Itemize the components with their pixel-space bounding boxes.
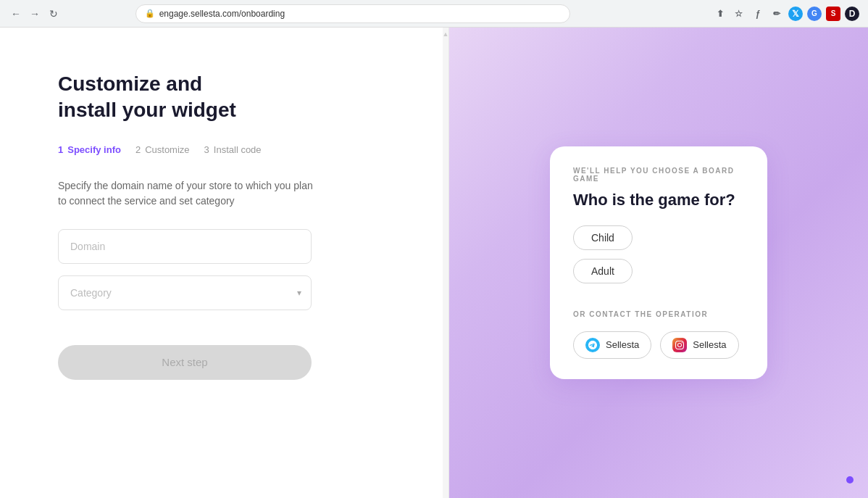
- profile-icon[interactable]: D: [845, 7, 859, 21]
- step-1-number: 1: [58, 144, 63, 155]
- step-3-label: Install code: [214, 144, 262, 155]
- description-text: Specify the domain name of your store to…: [58, 178, 319, 209]
- widget-social-buttons: Sellesta Sellesta: [573, 331, 744, 359]
- main-content: Customize and install your widget 1 Spec…: [0, 28, 868, 498]
- instagram-icon: [672, 338, 687, 352]
- google-icon[interactable]: G: [807, 7, 822, 21]
- page-title: Customize and install your widget: [58, 71, 391, 124]
- ext2-icon[interactable]: ✏: [769, 7, 784, 21]
- step-2: 2 Customize: [135, 144, 190, 155]
- steps-indicator: 1 Specify info 2 Customize 3 Install cod…: [58, 144, 391, 155]
- scroll-up-arrow: ▲: [443, 30, 449, 38]
- category-select[interactable]: Category: [58, 275, 312, 310]
- widget-preview-card: WE'LL HELP YOU CHOOSE A BOARD GAME Who i…: [550, 146, 767, 379]
- step-2-label: Customize: [145, 144, 189, 155]
- step-1: 1 Specify info: [58, 144, 121, 155]
- lock-icon: 🔒: [145, 9, 155, 18]
- address-bar[interactable]: 🔒 engage.sellesta.com/onboarding: [135, 4, 570, 23]
- step-3: 3 Install code: [204, 144, 262, 155]
- left-panel: Customize and install your widget 1 Spec…: [0, 28, 449, 498]
- url-text: engage.sellesta.com/onboarding: [159, 9, 285, 19]
- twitter-icon[interactable]: 𝕏: [788, 7, 803, 21]
- ext1-icon[interactable]: ƒ: [751, 7, 765, 21]
- category-field-group: Category ▾: [58, 275, 391, 310]
- step-1-label: Specify info: [67, 144, 121, 155]
- nav-reload-button[interactable]: ↻: [46, 7, 61, 21]
- step-3-number: 3: [204, 144, 209, 155]
- ext3-icon[interactable]: S: [826, 7, 840, 21]
- browser-chrome: ← → ↻ 🔒 engage.sellesta.com/onboarding ⬆…: [0, 0, 868, 28]
- widget-contact-divider: OR CONTACT THE OPERATIOR: [573, 307, 744, 320]
- instagram-label: Sellesta: [693, 339, 726, 350]
- browser-extensions: ⬆ ☆ ƒ ✏ 𝕏 G S D: [713, 7, 859, 21]
- nav-forward-button[interactable]: →: [28, 7, 42, 21]
- telegram-button[interactable]: Sellesta: [573, 331, 651, 359]
- widget-option-child[interactable]: Child: [573, 225, 633, 250]
- widget-contact-text: OR CONTACT THE OPERATIOR: [573, 310, 708, 318]
- domain-field-group: [58, 229, 391, 264]
- scroll-bar[interactable]: ▲: [443, 28, 448, 498]
- dot-indicator: [846, 476, 854, 484]
- telegram-icon: [585, 338, 600, 352]
- right-panel: WE'LL HELP YOU CHOOSE A BOARD GAME Who i…: [449, 28, 868, 498]
- widget-options: Child Adult: [573, 225, 744, 292]
- bookmark-icon[interactable]: ☆: [732, 7, 746, 21]
- next-step-button[interactable]: Next step: [58, 345, 312, 380]
- widget-question: Who is the game for?: [573, 190, 744, 211]
- widget-option-adult[interactable]: Adult: [573, 259, 633, 283]
- domain-input[interactable]: [58, 229, 312, 264]
- category-select-wrapper: Category ▾: [58, 275, 312, 310]
- nav-back-button[interactable]: ←: [9, 7, 23, 21]
- share-icon[interactable]: ⬆: [713, 7, 727, 21]
- widget-helper-text: WE'LL HELP YOU CHOOSE A BOARD GAME: [573, 167, 744, 183]
- browser-nav[interactable]: ← → ↻: [9, 7, 61, 21]
- instagram-button[interactable]: Sellesta: [660, 331, 738, 359]
- step-2-number: 2: [135, 144, 141, 155]
- telegram-label: Sellesta: [606, 339, 639, 350]
